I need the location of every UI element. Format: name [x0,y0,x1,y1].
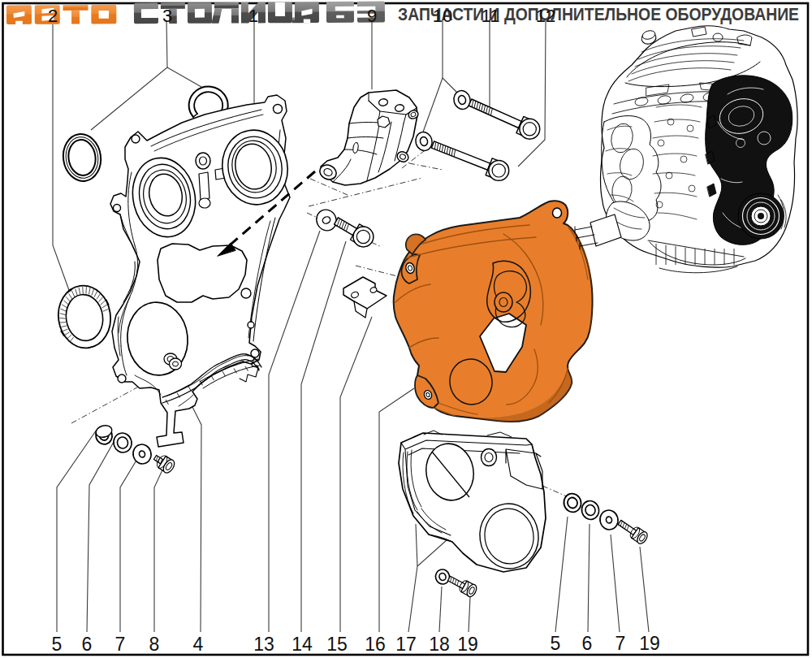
svg-text:10: 10 [433,6,452,26]
svg-text:5: 5 [551,633,561,654]
svg-text:9: 9 [367,6,377,26]
svg-text:16: 16 [365,634,386,655]
svg-text:2: 2 [48,6,58,26]
svg-text:12: 12 [536,6,555,26]
svg-text:19: 19 [457,634,478,655]
svg-text:14: 14 [292,634,313,655]
svg-text:7: 7 [115,634,126,655]
svg-text:15: 15 [326,634,348,655]
svg-text:6: 6 [582,633,593,654]
svg-text:4: 4 [193,634,204,655]
svg-text:18: 18 [429,634,450,655]
svg-text:ЗАПЧАСТИ И ДОПОЛНИТЕЛЬНОЕ ОБОР: ЗАПЧАСТИ И ДОПОЛНИТЕЛЬНОЕ ОБОРУДОВАНИЕ [398,4,799,24]
svg-text:7: 7 [615,633,626,654]
svg-text:6: 6 [82,634,93,655]
svg-text:8: 8 [149,634,160,655]
svg-text:3: 3 [162,6,172,26]
svg-text:1: 1 [248,6,258,26]
svg-text:5: 5 [52,634,63,655]
svg-text:13: 13 [253,634,274,655]
svg-text:11: 11 [482,6,500,26]
svg-text:19: 19 [639,633,660,654]
svg-text:17: 17 [395,634,417,655]
